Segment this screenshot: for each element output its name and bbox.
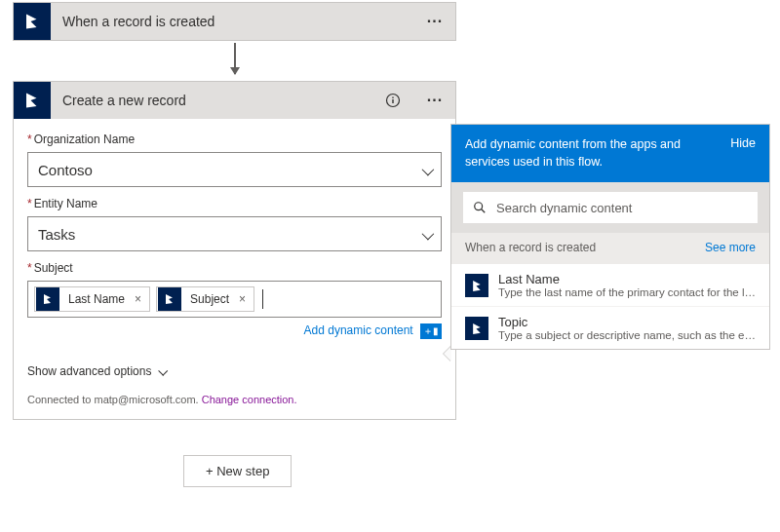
more-icon[interactable]: ··· (424, 3, 455, 40)
close-icon[interactable]: × (235, 292, 254, 306)
item-title: Topic (498, 315, 756, 329)
add-dynamic-badge[interactable]: ＋▮ (420, 323, 442, 339)
panel-search-box[interactable] (463, 192, 758, 223)
token-last-name[interactable]: Last Name × (34, 286, 150, 312)
show-advanced-toggle[interactable]: Show advanced options (14, 353, 455, 388)
entity-select[interactable]: Tasks (27, 216, 442, 251)
item-body: Last Name Type the last name of the prim… (498, 272, 756, 298)
item-title: Last Name (498, 272, 756, 286)
item-desc: Type the last name of the primary contac… (498, 286, 756, 298)
chevron-down-icon (422, 162, 431, 178)
panel-section-header: When a record is created See more (451, 233, 769, 264)
search-icon (473, 201, 487, 214)
add-dynamic-link[interactable]: Add dynamic content (304, 323, 413, 337)
panel-header-text: Add dynamic content from the apps and se… (465, 136, 730, 171)
svg-line-4 (482, 209, 486, 213)
dynamic-item-last-name[interactable]: Last Name Type the last name of the prim… (451, 264, 769, 306)
connection-info: Connected to matp@microsoft.com. Change … (14, 388, 455, 419)
subject-input[interactable]: Last Name × Subject × (27, 281, 442, 318)
change-connection-link[interactable]: Change connection. (202, 394, 297, 405)
trigger-header: When a record is created ··· (14, 3, 455, 40)
token-label: Last Name (60, 292, 131, 306)
hide-panel-link[interactable]: Hide (730, 136, 756, 150)
dynamics-icon (465, 274, 488, 297)
action-card: Create a new record ··· *Organization Na… (13, 81, 456, 420)
panel-header: Add dynamic content from the apps and se… (451, 125, 769, 182)
more-icon[interactable]: ··· (424, 82, 455, 119)
info-icon[interactable] (377, 82, 409, 119)
org-label: *Organization Name (27, 133, 442, 146)
panel-section-title: When a record is created (465, 241, 596, 254)
new-step-button[interactable]: + New step (183, 455, 292, 487)
svg-rect-1 (392, 99, 393, 103)
action-title: Create a new record (51, 93, 377, 108)
chevron-down-icon (155, 364, 166, 378)
dynamics-icon (14, 3, 51, 40)
token-label: Subject (182, 292, 235, 306)
svg-point-3 (475, 203, 483, 210)
dynamic-item-topic[interactable]: Topic Type a subject or descriptive name… (451, 306, 769, 349)
panel-search-wrap (451, 182, 769, 233)
subject-label: *Subject (27, 261, 442, 275)
entity-value: Tasks (38, 226, 75, 243)
see-more-link[interactable]: See more (705, 241, 756, 254)
chevron-down-icon (422, 226, 431, 243)
add-dynamic-row: Add dynamic content ＋▮ (27, 323, 442, 339)
svg-rect-2 (392, 97, 393, 98)
dynamic-content-panel: Add dynamic content from the apps and se… (450, 124, 770, 350)
item-body: Topic Type a subject or descriptive name… (498, 315, 756, 341)
item-desc: Type a subject or descriptive name, such… (498, 329, 756, 341)
action-header: Create a new record ··· (14, 82, 455, 119)
connector-arrow (234, 43, 236, 74)
token-subject[interactable]: Subject × (156, 286, 254, 312)
org-select[interactable]: Contoso (27, 152, 442, 187)
trigger-title: When a record is created (51, 14, 424, 29)
dynamics-icon (14, 82, 51, 119)
text-cursor (262, 289, 263, 309)
org-value: Contoso (38, 162, 93, 178)
entity-label: *Entity Name (27, 197, 442, 210)
dynamics-icon (158, 287, 181, 311)
trigger-card[interactable]: When a record is created ··· (13, 2, 456, 41)
dynamics-icon (36, 287, 59, 311)
close-icon[interactable]: × (131, 292, 149, 306)
dynamics-icon (465, 317, 488, 340)
search-input[interactable] (496, 201, 748, 215)
action-body: *Organization Name Contoso *Entity Name … (14, 119, 455, 353)
